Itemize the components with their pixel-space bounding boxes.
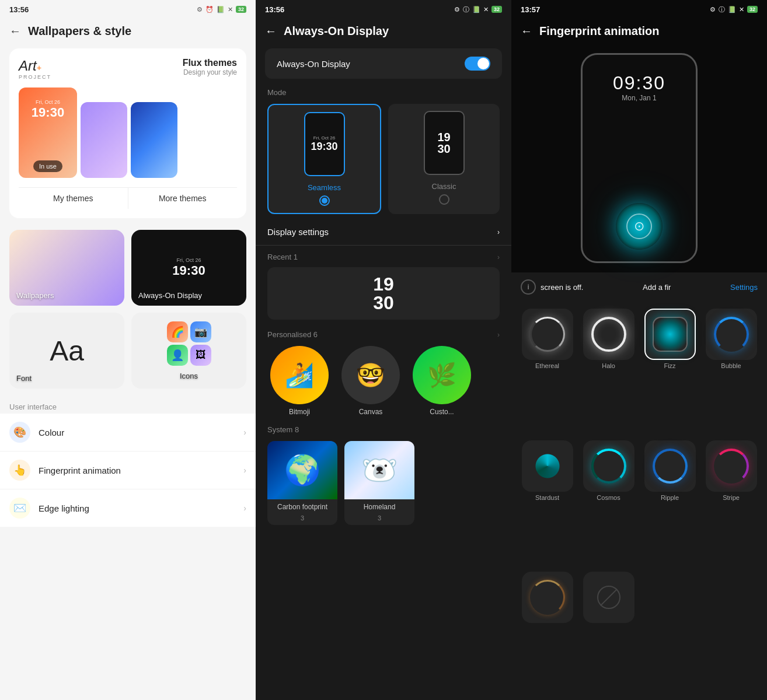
anim-bubble[interactable]: Bubble — [702, 309, 760, 437]
anim-thumb-ethereal — [522, 309, 573, 360]
x-icon-p3: ✕ — [739, 6, 744, 13]
classic-radio[interactable] — [439, 194, 449, 205]
phone-clock-area: 09:30 Mon, Jan 1 — [613, 72, 665, 102]
anim-disabled[interactable] — [580, 572, 637, 693]
status-time-p2: 13:56 — [265, 5, 284, 14]
tab-my-themes[interactable]: My themes — [19, 188, 128, 209]
personalised-bitmoji[interactable]: 🏄 Bitmoji — [267, 346, 332, 416]
mode-classic[interactable]: 1930 Classic — [388, 104, 500, 214]
wp-thumb-main[interactable]: Fri, Oct 26 19:30 In use — [19, 88, 77, 178]
status-bar-p2: 13:56 ⚙ ⓘ 📗 ✕ 32 — [256, 0, 511, 19]
fingerprint-inner: ⊙ — [626, 214, 652, 239]
seamless-preview: Fri, Oct 26 19:30 — [304, 112, 345, 176]
classic-label: Classic — [432, 182, 456, 191]
x-icon-p2: ✕ — [483, 6, 489, 13]
ring-halo — [591, 317, 626, 352]
aod-toggle-row[interactable]: Always-On Display — [265, 48, 502, 79]
anim-label-fizz: Fizz — [664, 362, 675, 369]
green-icon-p3: 📗 — [728, 6, 736, 13]
recent-card[interactable]: 19 30 — [267, 267, 500, 320]
canvas-name: Canvas — [359, 408, 383, 416]
green-icon-p2: 📗 — [472, 6, 480, 13]
colour-icon: 🎨 — [9, 422, 30, 443]
edge-lighting-label: Edge lighting — [39, 503, 235, 513]
menu-list: 🎨 Colour › 👆 Fingerprint animation › ✉️ … — [0, 414, 256, 527]
anim-ethereal[interactable]: Ethereal — [518, 309, 576, 437]
aod-card[interactable]: Fri, Oct 26 19:30 Always-On Display — [131, 230, 246, 306]
ring-stardust — [530, 449, 565, 484]
edge-lighting-icon: ✉️ — [9, 498, 30, 519]
in-use-badge: In use — [33, 160, 62, 172]
ring-fizz — [653, 317, 688, 352]
icons-card[interactable]: 🌈 📷 👤 🖼 Icons — [131, 313, 246, 388]
colour-chevron: › — [243, 428, 246, 437]
seamless-radio-inner — [322, 198, 327, 204]
aod-toggle-label: Always-On Display — [277, 59, 350, 69]
edge-lighting-chevron: › — [243, 503, 246, 513]
aod-toggle-switch[interactable] — [465, 57, 490, 71]
seamless-time: 19:30 — [311, 141, 337, 153]
system-card-carbon[interactable]: 🌍 Carbon footprint 3 — [267, 441, 337, 525]
wp-thumb-3[interactable] — [131, 102, 177, 178]
font-card[interactable]: Aa Font — [9, 313, 124, 388]
anim-thumb-halo — [583, 309, 634, 360]
personalised-custom[interactable]: 🌿 Custo... — [410, 346, 474, 416]
seamless-radio[interactable] — [319, 195, 330, 206]
mode-seamless[interactable]: Fri, Oct 26 19:30 Seamless — [267, 104, 381, 214]
settings-icon-p2: ⚙ — [454, 6, 460, 13]
ring-cosmos — [591, 449, 626, 484]
recent-count: 1 — [294, 253, 298, 261]
status-time-p3: 13:57 — [521, 5, 540, 14]
fingerprint-glow: ⊙ — [616, 203, 663, 250]
alarm-icon-p1: ⏰ — [205, 6, 214, 13]
menu-item-fingerprint[interactable]: 👆 Fingerprint animation › — [0, 452, 256, 489]
carbon-count: 3 — [301, 514, 304, 525]
menu-item-edge-lighting[interactable]: ✉️ Edge lighting › — [0, 489, 256, 527]
mode-cards: Fri, Oct 26 19:30 Seamless 1930 Classic — [256, 99, 511, 219]
status-bar-panel1: 13:56 ⚙ ⏰ 📗 ✕ 32 — [0, 0, 256, 19]
display-settings-label: Display settings — [267, 227, 329, 237]
anim-ripple[interactable]: Ripple — [641, 440, 699, 569]
bitmoji-thumb: 🏄 — [270, 346, 329, 404]
settings-link[interactable]: Settings — [730, 283, 758, 292]
anim-thumb-stardust — [522, 440, 573, 492]
tab-more-themes[interactable]: More themes — [128, 188, 238, 209]
personalised-canvas[interactable]: 🤓 Canvas — [339, 346, 403, 416]
anim-fizz[interactable]: Fizz — [641, 309, 699, 437]
anim-label-bubble: Bubble — [721, 362, 741, 369]
back-button-p1[interactable]: ← — [9, 24, 21, 38]
font-label: Font — [16, 374, 32, 383]
wallpapers-card[interactable]: Wallpapers — [9, 230, 124, 306]
system-card-homeland[interactable]: 🐻‍❄️ Homeland 3 — [344, 441, 414, 525]
wp-thumb-2[interactable] — [81, 102, 127, 178]
info-bar: i screen is off. Add a fir Settings — [511, 272, 767, 302]
icon-dot-green: 👤 — [167, 345, 188, 366]
homeland-count: 3 — [378, 514, 381, 525]
bitmoji-name: Bitmoji — [289, 408, 310, 416]
art-banner[interactable]: Art+ PROJECT Flux themes Design your sty… — [9, 48, 246, 218]
system-cards-scroll: 🌍 Carbon footprint 3 🐻‍❄️ Homeland 3 — [256, 436, 511, 530]
custom-thumb: 🌿 — [413, 346, 471, 404]
art-banner-top: Art+ PROJECT Flux themes Design your sty… — [19, 58, 237, 80]
homeland-img: 🐻‍❄️ — [344, 441, 414, 499]
classic-preview: 1930 — [424, 111, 465, 175]
info-circle-icon: i — [521, 279, 536, 295]
anim-halo[interactable]: Halo — [580, 309, 637, 437]
anim-label-stardust: Stardust — [535, 494, 559, 501]
status-time-p1: 13:56 — [9, 5, 29, 14]
animation-grid: Ethereal Halo Fizz Bubble — [511, 302, 767, 700]
anim-stripe[interactable]: Stripe — [702, 440, 760, 569]
anim-cosmos[interactable]: Cosmos — [580, 440, 637, 569]
aod-card-label: Always-On Display — [138, 291, 202, 300]
anim-thumb-bubble — [706, 309, 757, 360]
anim-stardust[interactable]: Stardust — [518, 440, 576, 569]
anim-partial1[interactable] — [518, 572, 576, 693]
display-settings-row[interactable]: Display settings › — [256, 219, 511, 246]
fingerprint-symbol: ⊙ — [634, 219, 644, 234]
wp-time-overlay: Fri, Oct 26 19:30 — [32, 99, 64, 120]
back-button-p2[interactable]: ← — [265, 24, 277, 38]
custom-name: Custo... — [430, 408, 454, 416]
back-button-p3[interactable]: ← — [521, 24, 532, 38]
menu-item-colour[interactable]: 🎨 Colour › — [0, 414, 256, 452]
art-logo: Art+ PROJECT — [19, 58, 51, 80]
